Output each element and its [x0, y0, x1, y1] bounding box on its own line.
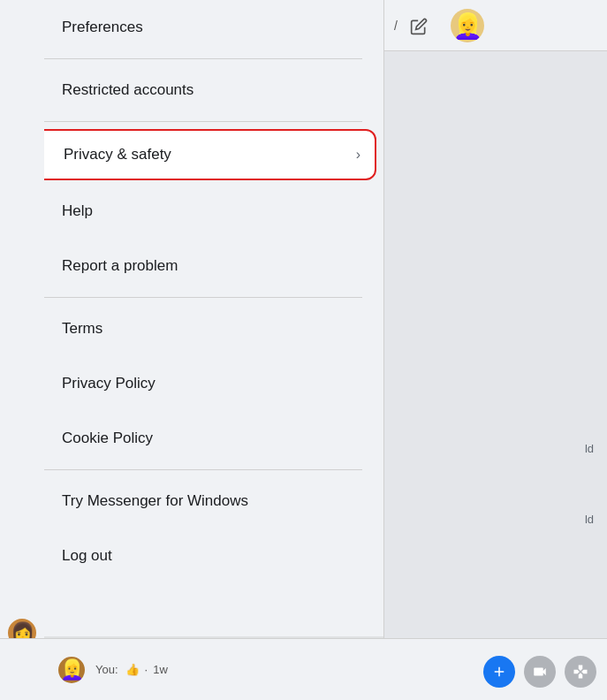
privacy-policy-label: Privacy Policy: [62, 375, 362, 392]
terms-label: Terms: [62, 320, 362, 338]
slash-separator: /: [394, 19, 398, 33]
menu-item-restricted-accounts[interactable]: Restricted accounts: [0, 63, 383, 118]
divider-after-cookie: [21, 469, 362, 470]
privacy-safety-chevron: ›: [356, 147, 360, 163]
bottom-action-icons: [483, 656, 596, 688]
bottom-chat-avatar[interactable]: 👱‍♀️: [58, 657, 85, 683]
menu-item-privacy-policy[interactable]: Privacy Policy: [0, 356, 383, 411]
preferences-label: Preferences: [62, 19, 362, 36]
logout-label: Log out: [62, 547, 362, 565]
games-button[interactable]: [565, 656, 596, 688]
partial-label-2: ld: [585, 513, 594, 526]
divider-after-report: [21, 297, 362, 298]
try-messenger-label: Try Messenger for Windows: [62, 492, 362, 510]
bottom-bar: 👱‍♀️ You: 👍 · 1w: [0, 638, 607, 700]
menu-item-try-messenger[interactable]: Try Messenger for Windows: [0, 474, 383, 529]
menu-item-logout[interactable]: Log out: [0, 529, 383, 583]
restricted-accounts-label: Restricted accounts: [62, 81, 362, 99]
cookie-policy-label: Cookie Policy: [62, 430, 362, 447]
partial-label-1: ld: [585, 442, 594, 455]
report-problem-label: Report a problem: [62, 257, 362, 275]
menu-item-report-problem[interactable]: Report a problem: [0, 239, 383, 293]
avatar-top-right[interactable]: 👱‍♀️: [451, 9, 484, 42]
menu-item-preferences[interactable]: Preferences: [0, 0, 383, 55]
left-sidebar: 👩: [0, 0, 44, 700]
menu-item-help[interactable]: Help: [0, 184, 383, 239]
help-label: Help: [62, 202, 362, 220]
divider-after-preferences: [21, 58, 362, 59]
new-conversation-button[interactable]: [483, 656, 515, 688]
bottom-chat-preview: You: 👍 · 1w: [95, 663, 168, 676]
menu-item-privacy-safety[interactable]: Privacy & safety ›: [7, 129, 376, 180]
video-button[interactable]: [524, 656, 556, 688]
menu-item-terms[interactable]: Terms: [0, 301, 383, 356]
menu-item-cookie-policy[interactable]: Cookie Policy: [0, 411, 383, 466]
dropdown-menu: Preferences Restricted accounts Privacy …: [0, 0, 384, 700]
divider-after-restricted: [21, 121, 362, 122]
edit-button[interactable]: [406, 14, 431, 39]
privacy-safety-label: Privacy & safety: [64, 146, 340, 164]
